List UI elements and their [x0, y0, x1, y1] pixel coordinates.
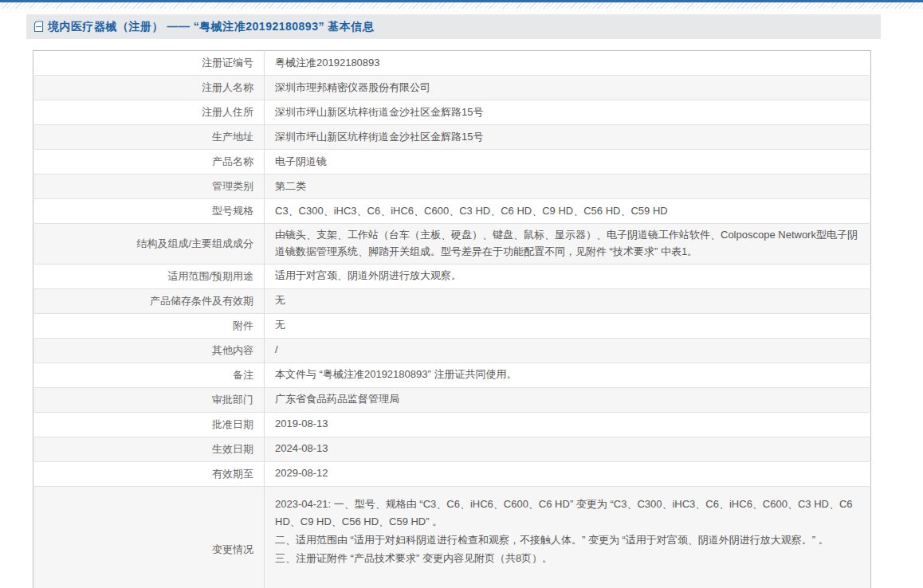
table-row: 附件无 — [33, 313, 871, 338]
row-label: 有效期至 — [33, 461, 265, 486]
page-header: 境内医疗器械（注册） —— “粤械注准20192180893” 基本信息 — [26, 14, 881, 39]
row-label: 适用范围/预期用途 — [33, 264, 265, 288]
table-row: 产品储存条件及有效期无 — [33, 288, 871, 313]
table-row: 生效日期2024-08-13 — [33, 437, 871, 461]
row-value: 适用于对宫颈、阴道外阴进行放大观察。 — [265, 264, 871, 288]
table-row: 结构及组成/主要组成成分由镜头、支架、工作站（台车（主板、硬盘）、键盘、鼠标、显… — [33, 224, 871, 265]
decorative-stripes — [0, 2, 923, 9]
row-label: 生产地址 — [33, 125, 265, 150]
row-value: 由镜头、支架、工作站（台车（主板、硬盘）、键盘、鼠标、显示器）、电子阴道镜工作站… — [265, 224, 871, 265]
table-row: 备注本文件与 “粤械注准20192180893” 注册证共同使用。 — [33, 363, 871, 387]
table-row: 有效期至2029-08-12 — [33, 461, 871, 486]
table-row: 变更情况2023-04-21: 一、型号、规格由 “C3、C6、iHC6、C60… — [33, 486, 871, 588]
row-label: 管理类别 — [33, 174, 265, 199]
row-value: 2023-04-21: 一、型号、规格由 “C3、C6、iHC6、C600、C6… — [265, 486, 871, 588]
row-label: 产品储存条件及有效期 — [33, 288, 265, 313]
table-row: 适用范围/预期用途适用于对宫颈、阴道外阴进行放大观察。 — [33, 264, 871, 288]
table-row: 产品名称电子阴道镜 — [33, 150, 871, 174]
page-content: 境内医疗器械（注册） —— “粤械注准20192180893” 基本信息 注册证… — [26, 14, 923, 588]
row-value: 2019-08-13 — [265, 412, 871, 437]
row-label: 注册证编号 — [33, 51, 265, 76]
registration-table-body: 注册证编号粤械注准20192180893注册人名称深圳市理邦精密仪器股份有限公司… — [33, 51, 871, 588]
table-row: 注册人名称深圳市理邦精密仪器股份有限公司 — [33, 76, 871, 100]
document-icon — [33, 21, 44, 33]
row-value: 无 — [265, 313, 871, 338]
row-value: C3、C300、iHC3、C6、iHC6、C600、C3 HD、C6 HD、C9… — [265, 199, 871, 224]
table-row: 型号规格C3、C300、iHC3、C6、iHC6、C600、C3 HD、C6 H… — [33, 199, 871, 224]
table-row: 审批部门广东省食品药品监督管理局 — [33, 387, 871, 412]
row-value: 第二类 — [265, 174, 871, 199]
row-value: 2029-08-12 — [265, 461, 871, 486]
row-value: / — [265, 338, 871, 363]
row-label: 其他内容 — [33, 338, 265, 363]
row-label: 注册人住所 — [33, 100, 265, 125]
row-value: 2024-08-13 — [265, 437, 871, 461]
table-row: 注册人住所深圳市坪山新区坑梓街道金沙社区金辉路15号 — [33, 100, 871, 125]
row-label: 产品名称 — [33, 150, 265, 174]
row-label: 审批部门 — [33, 387, 265, 412]
row-label: 生效日期 — [33, 437, 265, 461]
row-value: 电子阴道镜 — [265, 150, 871, 174]
row-label: 备注 — [33, 363, 265, 387]
row-label: 注册人名称 — [33, 76, 265, 100]
row-value: 深圳市坪山新区坑梓街道金沙社区金辉路15号 — [265, 125, 871, 150]
row-label: 批准日期 — [33, 412, 265, 437]
page-title: 境内医疗器械（注册） —— “粤械注准20192180893” 基本信息 — [48, 20, 374, 34]
row-value: 深圳市坪山新区坑梓街道金沙社区金辉路15号 — [265, 100, 871, 125]
table-row: 注册证编号粤械注准20192180893 — [33, 51, 871, 76]
row-label: 附件 — [33, 313, 265, 338]
row-value: 深圳市理邦精密仪器股份有限公司 — [265, 76, 871, 100]
table-row: 管理类别第二类 — [33, 174, 871, 199]
table-row: 其他内容/ — [33, 338, 871, 363]
row-label: 结构及组成/主要组成成分 — [33, 224, 265, 265]
table-row: 生产地址深圳市坪山新区坑梓街道金沙社区金辉路15号 — [33, 125, 871, 150]
row-value: 广东省食品药品监督管理局 — [265, 387, 871, 412]
row-label: 型号规格 — [33, 199, 265, 224]
row-value: 无 — [265, 288, 871, 313]
row-value: 粤械注准20192180893 — [265, 51, 871, 76]
registration-info-table: 注册证编号粤械注准20192180893注册人名称深圳市理邦精密仪器股份有限公司… — [33, 50, 871, 588]
row-label: 变更情况 — [33, 486, 265, 588]
row-value: 本文件与 “粤械注准20192180893” 注册证共同使用。 — [265, 363, 871, 387]
table-row: 批准日期2019-08-13 — [33, 412, 871, 437]
